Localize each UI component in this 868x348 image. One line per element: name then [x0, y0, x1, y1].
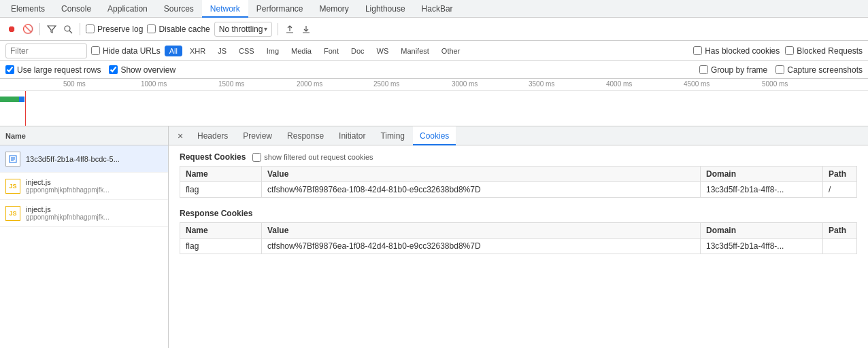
- show-filtered-input[interactable]: [252, 153, 261, 162]
- detail-tab-cookies[interactable]: Cookies: [413, 126, 456, 145]
- preserve-log-input[interactable]: [86, 24, 95, 33]
- show-overview-checkbox[interactable]: Show overview: [109, 65, 176, 75]
- req-cookie-path-0: /: [823, 182, 857, 198]
- request-cookies-table: Name Value Domain Path flag ctfshow%7Bf8…: [180, 166, 857, 198]
- preserve-log-checkbox[interactable]: Preserve log: [86, 24, 143, 34]
- blocked-requests-input[interactable]: [785, 46, 794, 55]
- tab-console[interactable]: Console: [53, 0, 99, 18]
- network-toolbar: ⏺ 🚫 Preserve log Disable cache No thrott…: [0, 18, 868, 41]
- res-cookie-path-0: [823, 239, 857, 254]
- req-col-name: Name: [180, 167, 262, 182]
- response-cookies-title: Response Cookies: [180, 209, 252, 218]
- use-large-rows-input[interactable]: [5, 65, 14, 74]
- tab-lighthouse[interactable]: Lighthouse: [357, 0, 414, 18]
- preserve-log-label: Preserve log: [97, 24, 143, 34]
- hide-data-urls-input[interactable]: [91, 46, 100, 55]
- filter-type-media[interactable]: Media: [286, 46, 316, 56]
- show-overview-input[interactable]: [109, 65, 118, 74]
- svg-point-0: [65, 26, 70, 31]
- group-by-frame-checkbox[interactable]: Group by frame: [699, 65, 767, 75]
- request-item-2[interactable]: JS inject.js gppongmhjkpfnbhagpmjfk...: [0, 200, 168, 227]
- tab-performance[interactable]: Performance: [248, 0, 312, 18]
- filter-type-ws[interactable]: WS: [372, 46, 394, 56]
- cookies-content: Request Cookies show filtered out reques…: [169, 145, 868, 348]
- throttle-dropdown[interactable]: No throttling ▾: [214, 22, 273, 37]
- filter-type-img[interactable]: Img: [262, 46, 284, 56]
- request-cookie-row-0[interactable]: flag ctfshow%7Bf89876ea-1f08-42d4-81b0-e…: [180, 182, 857, 198]
- tick-500: 500 ms: [63, 80, 86, 88]
- has-blocked-cookies-input[interactable]: [693, 46, 702, 55]
- tick-5000: 5000 ms: [762, 80, 788, 88]
- request-list-header-label: Name: [5, 132, 26, 140]
- request-item-0[interactable]: 13c3d5ff-2b1a-4ff8-bcdc-5...: [0, 145, 168, 173]
- timeline-ruler: 500 ms 1000 ms 1500 ms 2000 ms 2500 ms 3…: [0, 79, 868, 91]
- filter-type-font[interactable]: Font: [319, 46, 344, 56]
- response-cookies-header-row: Name Value Domain Path: [180, 223, 857, 239]
- tab-network[interactable]: Network: [202, 0, 248, 18]
- request-icon-0: [5, 152, 20, 167]
- timeline-chart: [0, 91, 868, 126]
- show-filtered-checkbox[interactable]: show filtered out request cookies: [252, 153, 373, 162]
- capture-screenshots-checkbox[interactable]: Capture screenshots: [775, 65, 863, 75]
- toolbar-separator-3: [278, 23, 278, 35]
- filter-type-css[interactable]: CSS: [234, 46, 259, 56]
- disable-cache-checkbox[interactable]: Disable cache: [147, 24, 210, 34]
- filter-type-js[interactable]: JS: [213, 46, 231, 56]
- request-sub-1: gppongmhjkpfnbhagpmjfk...: [26, 186, 110, 194]
- tick-1500: 1500 ms: [218, 80, 244, 88]
- detail-close-button[interactable]: ×: [174, 130, 186, 142]
- hide-data-urls-label: Hide data URLs: [103, 46, 161, 56]
- res-cookie-name-0: flag: [180, 239, 262, 254]
- disable-cache-input[interactable]: [147, 24, 156, 33]
- request-icon-1: JS: [5, 179, 20, 194]
- req-col-path: Path: [823, 167, 857, 182]
- clear-button[interactable]: 🚫: [22, 23, 34, 35]
- request-name-1: inject.js: [26, 178, 110, 186]
- detail-panel: × Headers Preview Response Initiator Tim…: [169, 126, 868, 348]
- tab-elements[interactable]: Elements: [3, 0, 53, 18]
- hide-data-urls-checkbox[interactable]: Hide data URLs: [91, 46, 161, 56]
- options-right: Group by frame Capture screenshots: [699, 65, 863, 75]
- tab-memory[interactable]: Memory: [312, 0, 357, 18]
- req-col-value: Value: [262, 167, 701, 182]
- tab-bar: Elements Console Application Sources Net…: [0, 0, 868, 18]
- request-cookies-section: Request Cookies show filtered out reques…: [180, 152, 857, 162]
- tab-hackbar[interactable]: HackBar: [414, 0, 461, 18]
- download-button[interactable]: [300, 23, 312, 35]
- request-list-header: Name: [0, 126, 168, 145]
- tick-4000: 4000 ms: [606, 80, 632, 88]
- filter-type-xhr[interactable]: XHR: [185, 46, 210, 56]
- detail-tabs: × Headers Preview Response Initiator Tim…: [169, 126, 868, 145]
- detail-tab-timing[interactable]: Timing: [373, 126, 412, 145]
- request-info-0: 13c3d5ff-2b1a-4ff8-bcdc-5...: [26, 155, 120, 163]
- filter-icon[interactable]: [46, 23, 58, 35]
- detail-tab-preview[interactable]: Preview: [236, 126, 279, 145]
- filter-type-doc[interactable]: Doc: [346, 46, 369, 56]
- tab-application[interactable]: Application: [99, 0, 156, 18]
- tab-sources[interactable]: Sources: [156, 0, 202, 18]
- filter-input[interactable]: [5, 44, 87, 58]
- request-item-1[interactable]: JS inject.js gppongmhjkpfnbhagpmjfk...: [0, 173, 168, 200]
- request-sub-2: gppongmhjkpfnbhagpmjfk...: [26, 213, 110, 221]
- detail-tab-headers[interactable]: Headers: [190, 126, 235, 145]
- timeline-bar-blue: [19, 97, 24, 102]
- response-cookie-row-0[interactable]: flag ctfshow%7Bf89876ea-1f08-42d4-81b0-e…: [180, 239, 857, 254]
- filter-type-other[interactable]: Other: [437, 46, 465, 56]
- filter-row: Hide data URLs All XHR JS CSS Img Media …: [0, 41, 868, 61]
- detail-tab-response[interactable]: Response: [280, 126, 331, 145]
- request-name-2: inject.js: [26, 205, 110, 213]
- filter-type-manifest[interactable]: Manifest: [396, 46, 434, 56]
- blocked-requests-checkbox[interactable]: Blocked Requests: [785, 46, 863, 56]
- use-large-rows-checkbox[interactable]: Use large request rows: [5, 65, 101, 75]
- toolbar-separator-1: [39, 23, 40, 35]
- toolbar-separator-2: [80, 23, 80, 35]
- filter-type-all[interactable]: All: [165, 46, 182, 56]
- group-by-frame-input[interactable]: [699, 65, 708, 74]
- record-button[interactable]: ⏺: [5, 23, 18, 35]
- detail-tab-initiator[interactable]: Initiator: [332, 126, 372, 145]
- has-blocked-cookies-checkbox[interactable]: Has blocked cookies: [693, 46, 780, 56]
- capture-screenshots-input[interactable]: [775, 65, 784, 74]
- search-icon[interactable]: [62, 23, 74, 35]
- throttle-label: No throttling: [219, 24, 263, 34]
- upload-button[interactable]: [284, 23, 296, 35]
